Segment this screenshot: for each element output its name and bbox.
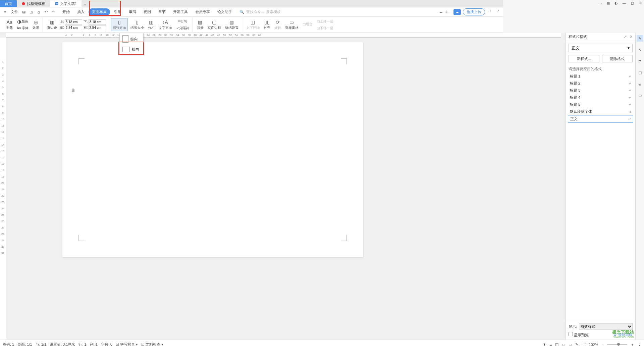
ribbon-group-bg: ▧背景 ▢页面边框 ▤稿纸设置 bbox=[194, 17, 242, 32]
portrait-label: 纵向 bbox=[130, 37, 138, 42]
background-button[interactable]: ▧背景 bbox=[196, 18, 205, 31]
section-marker-icon: 🗎 bbox=[71, 88, 75, 93]
color-label: 颜色 bbox=[21, 19, 28, 24]
horizontal-ruler[interactable]: 4224681012141618202224262830323436384042… bbox=[6, 33, 503, 38]
breaks-label: 分隔符 bbox=[179, 26, 189, 31]
align-icon: ▯▯ bbox=[264, 19, 270, 25]
margin-right-lbl: 右: bbox=[84, 25, 88, 30]
search-tpl-placeholder: 搜索模板 bbox=[266, 9, 281, 14]
paper-setting-button[interactable]: ▤稿纸设置 bbox=[224, 18, 240, 31]
bring-forward-button: ◱上移一层 bbox=[315, 18, 335, 24]
cloud-badge-icon[interactable]: ☁ bbox=[453, 9, 461, 15]
margin-button[interactable]: ▦页边距 bbox=[46, 18, 58, 31]
effect-icon: ◎ bbox=[33, 19, 39, 25]
menu-tab-insert[interactable]: 插入 bbox=[74, 8, 88, 15]
columns-button[interactable]: ▥分栏 bbox=[147, 18, 156, 31]
print-icon[interactable]: ⎙ bbox=[36, 9, 42, 15]
margin-left-label: 左: bbox=[60, 25, 64, 30]
selection-pane-icon: ▭ bbox=[289, 19, 295, 25]
orientation-portrait[interactable]: 纵向 bbox=[120, 33, 143, 45]
textwrap-label: 文字环绕 bbox=[246, 26, 260, 30]
border-label: 页面边框 bbox=[208, 26, 221, 30]
orientation-button[interactable]: ▯纸张方向 bbox=[111, 18, 128, 31]
breaks-icon: ⤶ bbox=[176, 26, 179, 30]
margin-icon: ▦ bbox=[49, 19, 55, 25]
menu-tab-member[interactable]: 会员专享 bbox=[192, 8, 213, 15]
textwrap-button: ◫文字环绕 bbox=[245, 18, 261, 31]
undo-icon[interactable]: ↶ bbox=[43, 9, 49, 15]
theme-icon: Aa bbox=[6, 19, 12, 25]
tab-templates[interactable]: 找稻壳模板 bbox=[17, 0, 50, 7]
margin-left-input[interactable]: 左: bbox=[60, 25, 82, 30]
menu-tab-thesis[interactable]: 论文助手 bbox=[214, 8, 235, 15]
menu-tab-pagelayout[interactable]: 页面布局 bbox=[89, 8, 110, 15]
tab-add[interactable]: ＋ bbox=[82, 2, 88, 7]
vertical-ruler[interactable]: 1234567891011121314151617181920212223242… bbox=[0, 38, 6, 273]
more-icon[interactable]: ⋮ bbox=[487, 9, 493, 15]
textdir-button[interactable]: ↕A文字方向 bbox=[157, 18, 173, 31]
menu-tab-view[interactable]: 视图 bbox=[140, 8, 154, 15]
group-icon: ◫ bbox=[303, 22, 306, 26]
landscape-icon bbox=[122, 47, 130, 52]
group-label: 组合 bbox=[306, 22, 313, 27]
columns-icon: ▥ bbox=[148, 19, 154, 25]
tab-document[interactable]: W 文字文稿1 bbox=[50, 0, 82, 7]
menu-tab-section[interactable]: 章节 bbox=[155, 8, 169, 15]
margin-left-field[interactable] bbox=[65, 25, 82, 30]
upload-label: 拖拽上传 bbox=[467, 10, 481, 14]
align-button[interactable]: ▯▯对齐 bbox=[262, 18, 272, 31]
page-size-icon: ▯ bbox=[134, 19, 140, 25]
selection-pane-button[interactable]: ▭选择窗格 bbox=[284, 18, 300, 31]
svg-point-0 bbox=[22, 2, 25, 5]
redo-icon[interactable]: ↷ bbox=[50, 9, 56, 15]
template-icon bbox=[21, 2, 25, 6]
margin-top-field[interactable] bbox=[65, 19, 82, 24]
orientation-landscape[interactable]: 横向 bbox=[120, 45, 143, 54]
send-backward-button: ◲下移一层 bbox=[315, 25, 335, 31]
ribbon: Aa主题 ◑颜色 Aa 字体 ◎效果 ▦页边距 上: 左: 下: 右: ▯纸张方… bbox=[0, 17, 503, 33]
margin-right-field[interactable] bbox=[89, 25, 106, 30]
save-icon[interactable]: 🖫 bbox=[21, 9, 27, 15]
margin-bottom-field[interactable] bbox=[89, 19, 106, 24]
margin-corner-br bbox=[341, 235, 347, 241]
upload-button[interactable]: 拖拽上传 bbox=[463, 8, 485, 15]
margin-bottom-lbl: 下: bbox=[84, 19, 88, 24]
print-preview-icon[interactable]: ◳ bbox=[28, 9, 34, 15]
orientation-label: 纸张方向 bbox=[113, 26, 126, 30]
collapse-ribbon-icon[interactable]: ⌃ bbox=[495, 9, 501, 15]
font-label: Aa 字体 bbox=[17, 26, 29, 31]
linenum-button[interactable]: ≡行号 bbox=[175, 18, 191, 24]
page-canvas[interactable]: 🗎 bbox=[62, 42, 363, 257]
tab-home[interactable]: 首页 bbox=[0, 0, 17, 7]
portrait-icon bbox=[122, 35, 128, 43]
document-area: 4224681012141618202224262830323436384042… bbox=[0, 33, 503, 273]
font-button[interactable]: Aa 字体 bbox=[15, 25, 30, 31]
effect-button[interactable]: ◎效果 bbox=[31, 18, 41, 31]
margin-corner-tr bbox=[341, 58, 347, 64]
size-button[interactable]: ▯纸张大小 bbox=[129, 18, 145, 31]
menu-tab-reference[interactable]: 引用 bbox=[111, 8, 125, 15]
margin-bottom-input[interactable]: 下: bbox=[84, 19, 106, 24]
theme-button[interactable]: Aa主题 bbox=[5, 18, 14, 31]
breaks-button[interactable]: ⤶分隔符 bbox=[175, 25, 191, 31]
textdir-icon: ↕A bbox=[162, 19, 168, 25]
menu-search[interactable]: 🔍 查找命令... 搜索模板 bbox=[239, 9, 281, 14]
menu-hamburger-icon[interactable]: ≡ bbox=[2, 9, 8, 15]
color-button[interactable]: ◑颜色 bbox=[15, 18, 30, 24]
menu-tab-start[interactable]: 开始 bbox=[59, 8, 73, 15]
menu-left: ≡ 文件 🖫 ◳ ⎙ ↶ ↷ bbox=[2, 9, 56, 15]
border-icon: ▢ bbox=[211, 19, 217, 25]
rotate-button: ⟳旋转 bbox=[273, 18, 282, 31]
cloud-sync-icon[interactable]: ☁ bbox=[439, 10, 443, 14]
margin-right-input[interactable]: 右: bbox=[84, 25, 106, 30]
margin-top-input[interactable]: 上: bbox=[60, 19, 82, 24]
columns-label: 分栏 bbox=[148, 26, 155, 30]
selection-pane-label: 选择窗格 bbox=[285, 26, 299, 30]
forward-icon: ◱ bbox=[317, 19, 320, 23]
border-button[interactable]: ▢页面边框 bbox=[206, 18, 222, 31]
menu-tab-devtools[interactable]: 开发工具 bbox=[170, 8, 191, 15]
effect-label: 效果 bbox=[33, 26, 39, 30]
not-saved-label: 未… bbox=[445, 10, 451, 14]
menu-file[interactable]: 文件 bbox=[11, 9, 18, 14]
menu-tab-review[interactable]: 审阅 bbox=[125, 8, 140, 15]
